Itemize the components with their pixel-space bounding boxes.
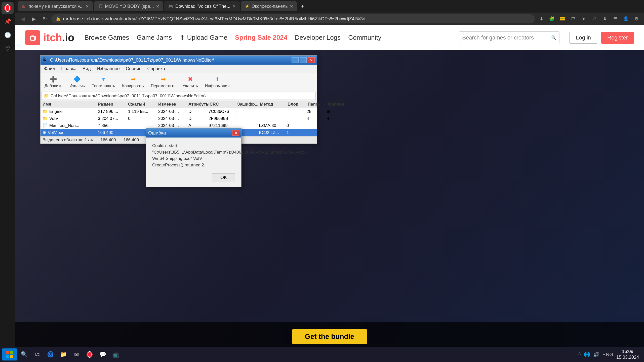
settings-icon[interactable]: ⚙ [632,14,641,23]
path-bar[interactable]: 📁 C:\Users\Пользователь\Downloads\pa07_0… [42,92,316,100]
error-ok-button[interactable]: OK [212,173,235,182]
nav-developer-logs[interactable]: Developer Logs [295,34,341,41]
extensions-icon[interactable]: 🧩 [547,14,556,23]
sidebar-history-icon[interactable]: 🕐 [2,29,14,41]
toolbar-add[interactable]: ➕ Добавить [42,74,65,90]
menu-view[interactable]: Вид [80,65,93,72]
taskbar-app6[interactable]: 💬 [97,348,109,360]
file-attr: D [188,109,209,114]
tab-bar: ⚠ почему не запускается v... ✕ 🎵 MOVE YO… [15,0,644,13]
toolbar-delete[interactable]: ✖ Удалить [180,74,201,90]
heart-icon[interactable]: ♡ [590,14,599,23]
file-name: ⚙VotV.exe [43,130,98,135]
itchio-logo[interactable]: itch.io [25,30,74,45]
back-button[interactable]: ◀ [18,14,27,23]
tray-language[interactable]: ENG [602,352,613,357]
nav-browse-games[interactable]: Browse Games [85,34,129,41]
move-icon: ➡ [161,76,166,83]
sidebar-pin-icon[interactable]: 📌 [2,16,14,28]
taskbar-files[interactable]: 📁 [57,348,69,360]
itchio-header: itch.io Browse Games Game Jams ⬆ Upload … [15,25,644,50]
tab-1-close[interactable]: ✕ [86,4,89,9]
tab-4-close[interactable]: ✕ [290,4,293,9]
nav-game-jams[interactable]: Game Jams [137,34,172,41]
error-close-button[interactable]: ✕ [232,130,239,136]
account-icon[interactable]: 👤 [621,14,630,23]
forward-button[interactable]: ▶ [29,14,38,23]
browser-nav-actions: ⬇ 🧩 💳 🛡 ➤ ♡ ⬇ ☰ 👤 ⚙ [537,14,641,23]
get-bundle-button[interactable]: Get the bundle [292,329,367,344]
error-title-bar: Ошибка ✕ [146,128,241,138]
nav-community[interactable]: Community [348,34,381,41]
taskbar-edge[interactable]: 🌀 [44,348,56,360]
tab-4[interactable]: ⚡ Экспресс-панель ✕ [241,1,297,11]
sidebar-opera-logo[interactable] [2,2,14,14]
nav-spring-sale[interactable]: Spring Sale 2024 [235,34,287,41]
menu-tools[interactable]: Сервис [123,65,144,72]
download-icon[interactable]: ⬇ [537,14,546,23]
forward-nav-icon[interactable]: ➤ [579,14,588,23]
menu-favorites[interactable]: Избранное [94,65,122,72]
save-icon[interactable]: ⬇ [600,14,609,23]
search-taskbar-button[interactable]: 🔍 [18,348,30,360]
auth-buttons: Log in Register [570,32,634,44]
address-bar[interactable]: 🔒 mrdrnose.itch.io/votv/download/eyJpZCI… [51,14,535,23]
register-button[interactable]: Register [601,32,634,44]
tab-2-close[interactable]: ✕ [156,4,159,9]
add-icon: ➕ [50,76,57,83]
toolbar-copy[interactable]: ➡ Копировать [119,74,147,90]
col-header-block: Блок [288,102,308,107]
taskbar-clock[interactable]: 16:09 15.03.2024 [616,349,639,360]
toolbar-info[interactable]: ℹ Информация [202,74,233,90]
refresh-button[interactable]: ↻ [40,14,49,23]
sidebar-favorites-icon[interactable]: ♡ [2,43,14,55]
toolbar-test[interactable]: ▼ Тестировать [89,74,118,90]
file-size: 166 400 [98,130,128,135]
login-button[interactable]: Log in [570,32,597,44]
file-encrypted: - [236,109,259,114]
tray-chevron-icon[interactable]: ^ [578,352,581,357]
taskbar-app7[interactable]: 📺 [110,348,122,360]
menu-edit[interactable]: Правка [59,65,79,72]
tab-3-close[interactable]: ✕ [232,4,236,9]
maximize-button[interactable]: □ [300,57,307,63]
taskbar-mail[interactable]: ✉ [70,348,83,360]
new-tab-button[interactable]: + [298,2,307,11]
shield-icon[interactable]: 🛡 [569,14,578,23]
tab-2[interactable]: 🎵 MOVE YO BODY (spe... ✕ [94,1,163,11]
table-row[interactable]: 📁VotV 3 204 07... 0 2024-03-... D 2F9669… [41,115,317,122]
tray-network-icon[interactable]: 🌐 [584,351,590,357]
menu-icon[interactable]: ☰ [611,14,620,23]
menu-help[interactable]: Справка [145,65,168,72]
start-button[interactable] [2,348,17,360]
file-crc: 2F96699B [209,116,236,121]
col-header-packed: Сжатый [128,102,158,107]
sevenz-title-bar: 🗜 C:\Users\Пользователь\Downloads\pa07_0… [41,56,317,65]
search-input[interactable] [462,34,549,41]
tab-1[interactable]: ⚠ почему не запускается v... ✕ [18,1,93,11]
col-header-attr: Атрибуты [188,102,210,107]
logo-text: itch.io [43,32,74,44]
tab-3[interactable]: 🎮 Download "Voices Of The... ✕ [164,1,240,11]
search-icon[interactable]: 🔍 [551,35,556,40]
minimize-button[interactable]: ─ [292,57,299,63]
toolbar-extract[interactable]: 🔷 Извлечь [66,74,88,90]
toolbar-move[interactable]: ➡ Переместить [148,74,179,90]
main-content: 🗜 C:\Users\Пользователь\Downloads\pa07_0… [15,50,644,362]
tab-1-favicon: ⚠ [22,4,27,9]
nav-upload-game[interactable]: ⬆ Upload Game [180,34,227,41]
file-encrypted: - [236,116,259,121]
taskbar-opera[interactable] [84,348,96,360]
sidebar-more-icon[interactable]: ⋯ [2,333,14,345]
taskbar-explorer[interactable]: 🗂 [31,348,43,360]
table-row[interactable]: 📁Engine 217 896 ... 1 119 55... 2024-03-… [41,108,317,115]
window-toolbar: ➕ Добавить 🔷 Извлечь ▼ Тестировать ➡ Коп… [41,73,317,91]
tray-volume-icon[interactable]: 🔊 [593,351,599,357]
file-files: 86 [327,109,347,114]
file-block: 1 [287,130,307,135]
close-button[interactable]: ✕ [308,57,315,63]
wallet-icon[interactable]: 💳 [558,14,567,23]
navigation-bar: ◀ ▶ ↻ 🔒 mrdrnose.itch.io/votv/download/e… [15,13,644,25]
search-bar[interactable]: 🔍 [459,31,559,44]
menu-file[interactable]: Файл [42,65,58,72]
